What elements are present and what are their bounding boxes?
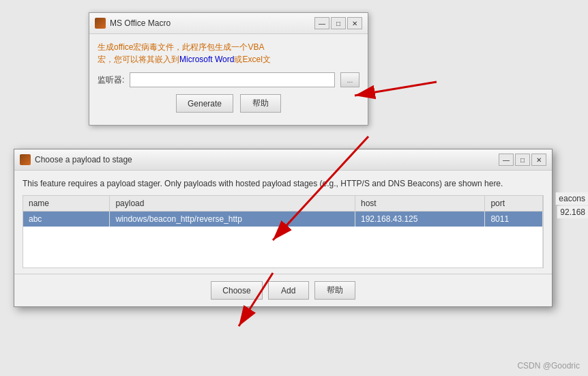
macro-help-button[interactable]: 帮助 bbox=[240, 94, 281, 113]
clipped-right-bottom: 92.168 bbox=[557, 206, 588, 218]
macro-dialog: MS Office Macro — □ ✕ 生成office宏病毒文件，此程序包… bbox=[89, 12, 368, 126]
macro-dialog-controls: — □ ✕ bbox=[314, 17, 362, 29]
browse-button[interactable]: ... bbox=[340, 72, 359, 87]
empty-row bbox=[23, 227, 543, 267]
payload-description: This feature requires a payload stager. … bbox=[23, 177, 544, 190]
col-port: port bbox=[485, 196, 543, 212]
macro-minimize-button[interactable]: — bbox=[314, 17, 329, 29]
row-name: abc bbox=[23, 212, 110, 227]
payload-dialog: Choose a payload to stage — □ ✕ This fea… bbox=[14, 149, 553, 307]
payload-table-container: name payload host port abc windows/beaco… bbox=[23, 195, 544, 268]
table-row[interactable]: abc windows/beacon_http/reverse_http 192… bbox=[23, 212, 543, 227]
add-button[interactable]: Add bbox=[268, 281, 309, 300]
macro-dialog-icon bbox=[95, 18, 106, 29]
macro-dialog-content: 生成office宏病毒文件，此程序包生成一个VBA 宏，您可以将其嵌入到Micr… bbox=[89, 34, 368, 125]
watermark: CSDN @Goodric bbox=[517, 361, 580, 371]
payload-minimize-button[interactable]: — bbox=[499, 154, 514, 166]
row-port: 8011 bbox=[485, 212, 543, 227]
listener-input[interactable] bbox=[130, 72, 335, 87]
choose-button[interactable]: Choose bbox=[211, 281, 262, 300]
macro-dialog-title: MS Office Macro bbox=[110, 18, 171, 28]
payload-table: name payload host port abc windows/beaco… bbox=[23, 196, 543, 267]
payload-dialog-controls: — □ ✕ bbox=[499, 154, 546, 166]
payload-footer: Choose Add 帮助 bbox=[14, 274, 552, 306]
macro-desc-part2: 宏，您可以将其嵌入到 bbox=[98, 55, 179, 64]
payload-maximize-button[interactable]: □ bbox=[515, 154, 530, 166]
macro-desc-part3: 或Excel文 bbox=[234, 55, 270, 64]
macro-maximize-button[interactable]: □ bbox=[331, 17, 346, 29]
generate-button[interactable]: Generate bbox=[176, 94, 233, 113]
payload-dialog-icon bbox=[20, 154, 31, 165]
macro-desc-blue: Microsoft Word bbox=[179, 55, 234, 64]
col-host: host bbox=[355, 196, 485, 212]
col-payload: payload bbox=[110, 196, 355, 212]
payload-titlebar-left: Choose a payload to stage bbox=[20, 154, 132, 165]
col-name: name bbox=[23, 196, 110, 212]
clipped-right-top: eacons bbox=[555, 192, 588, 205]
payload-dialog-title: Choose a payload to stage bbox=[35, 155, 132, 164]
titlebar-left: MS Office Macro bbox=[95, 18, 171, 29]
listener-field-row: 监听器: ... bbox=[98, 72, 359, 87]
payload-close-button[interactable]: ✕ bbox=[531, 154, 546, 166]
payload-dialog-content: This feature requires a payload stager. … bbox=[14, 171, 552, 268]
macro-desc-part1: 生成office宏病毒文件，此程序包生成一个VBA bbox=[98, 42, 264, 52]
row-host: 192.168.43.125 bbox=[355, 212, 485, 227]
table-header-row: name payload host port bbox=[23, 196, 543, 212]
macro-buttons: Generate 帮助 bbox=[98, 94, 359, 118]
payload-dialog-titlebar: Choose a payload to stage — □ ✕ bbox=[14, 149, 552, 171]
payload-help-button[interactable]: 帮助 bbox=[314, 281, 355, 300]
macro-description: 生成office宏病毒文件，此程序包生成一个VBA 宏，您可以将其嵌入到Micr… bbox=[98, 41, 359, 66]
macro-close-button[interactable]: ✕ bbox=[347, 17, 362, 29]
row-payload: windows/beacon_http/reverse_http bbox=[110, 212, 355, 227]
macro-dialog-titlebar: MS Office Macro — □ ✕ bbox=[89, 13, 368, 34]
listener-label: 监听器: bbox=[98, 74, 124, 86]
